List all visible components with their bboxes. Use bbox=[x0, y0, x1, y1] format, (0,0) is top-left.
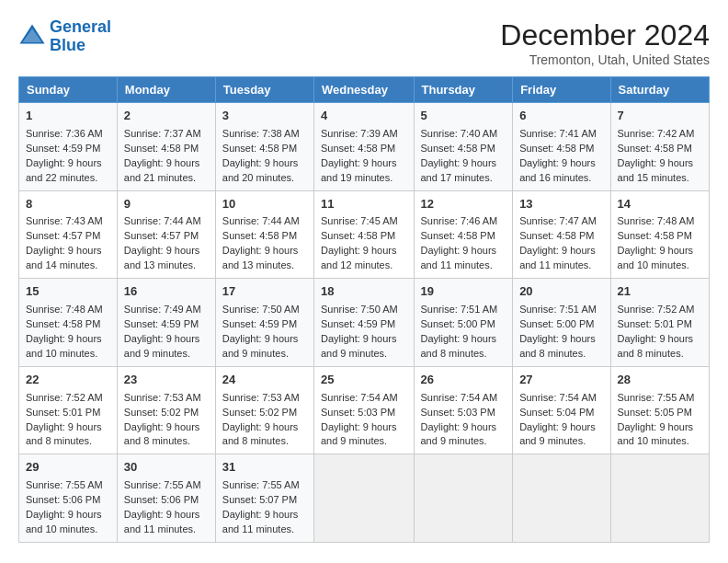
day-number: 26 bbox=[421, 372, 506, 389]
day-number: 6 bbox=[519, 108, 603, 125]
day-number: 25 bbox=[321, 372, 407, 389]
header-cell-tuesday: Tuesday bbox=[215, 77, 313, 103]
day-info: Sunrise: 7:44 AM Sunset: 4:58 PM Dayligh… bbox=[222, 215, 300, 270]
logo-line1: General bbox=[50, 17, 111, 36]
day-number: 24 bbox=[222, 372, 307, 389]
day-info: Sunrise: 7:50 AM Sunset: 4:59 PM Dayligh… bbox=[222, 304, 300, 359]
day-info: Sunrise: 7:54 AM Sunset: 5:04 PM Dayligh… bbox=[519, 392, 597, 447]
day-info: Sunrise: 7:45 AM Sunset: 4:58 PM Dayligh… bbox=[321, 215, 398, 270]
logo: General Blue bbox=[18, 18, 111, 55]
day-info: Sunrise: 7:55 AM Sunset: 5:05 PM Dayligh… bbox=[618, 392, 695, 447]
day-number: 28 bbox=[618, 372, 702, 389]
calendar-week-1: 1Sunrise: 7:36 AM Sunset: 4:59 PM Daylig… bbox=[19, 103, 710, 191]
day-number: 27 bbox=[519, 372, 603, 389]
table-row bbox=[313, 454, 414, 543]
table-row: 16Sunrise: 7:49 AM Sunset: 4:59 PM Dayli… bbox=[117, 279, 215, 367]
day-number: 11 bbox=[321, 196, 407, 213]
table-row bbox=[513, 454, 610, 543]
header-cell-friday: Friday bbox=[513, 77, 610, 103]
day-number: 16 bbox=[124, 283, 209, 301]
day-number: 23 bbox=[124, 372, 209, 389]
header-cell-sunday: Sunday bbox=[19, 77, 118, 103]
day-info: Sunrise: 7:55 AM Sunset: 5:06 PM Dayligh… bbox=[124, 479, 201, 534]
calendar-week-3: 15Sunrise: 7:48 AM Sunset: 4:58 PM Dayli… bbox=[19, 279, 710, 367]
table-row: 19Sunrise: 7:51 AM Sunset: 5:00 PM Dayli… bbox=[414, 279, 513, 367]
day-info: Sunrise: 7:38 AM Sunset: 4:58 PM Dayligh… bbox=[222, 128, 300, 183]
page-header: General Blue December 2024 Tremonton, Ut… bbox=[18, 18, 710, 67]
table-row: 28Sunrise: 7:55 AM Sunset: 5:05 PM Dayli… bbox=[610, 366, 709, 454]
day-number: 4 bbox=[321, 108, 407, 125]
day-number: 3 bbox=[222, 108, 307, 125]
day-number: 2 bbox=[124, 108, 209, 125]
table-row: 22Sunrise: 7:52 AM Sunset: 5:01 PM Dayli… bbox=[19, 366, 118, 454]
day-info: Sunrise: 7:36 AM Sunset: 4:59 PM Dayligh… bbox=[26, 128, 103, 183]
day-info: Sunrise: 7:52 AM Sunset: 5:01 PM Dayligh… bbox=[618, 304, 695, 359]
table-row: 26Sunrise: 7:54 AM Sunset: 5:03 PM Dayli… bbox=[414, 366, 513, 454]
day-number: 13 bbox=[519, 196, 603, 213]
day-number: 19 bbox=[421, 283, 506, 301]
table-row: 9Sunrise: 7:44 AM Sunset: 4:57 PM Daylig… bbox=[117, 190, 215, 279]
day-info: Sunrise: 7:50 AM Sunset: 4:59 PM Dayligh… bbox=[321, 304, 398, 359]
table-row bbox=[414, 454, 513, 543]
table-row: 17Sunrise: 7:50 AM Sunset: 4:59 PM Dayli… bbox=[215, 279, 313, 367]
table-row: 20Sunrise: 7:51 AM Sunset: 5:00 PM Dayli… bbox=[513, 279, 610, 367]
day-number: 22 bbox=[26, 372, 110, 389]
day-number: 18 bbox=[321, 283, 407, 301]
day-info: Sunrise: 7:40 AM Sunset: 4:58 PM Dayligh… bbox=[421, 128, 498, 183]
table-row: 13Sunrise: 7:47 AM Sunset: 4:58 PM Dayli… bbox=[513, 190, 610, 279]
header-cell-wednesday: Wednesday bbox=[313, 77, 414, 103]
day-info: Sunrise: 7:54 AM Sunset: 5:03 PM Dayligh… bbox=[421, 392, 498, 447]
table-row: 2Sunrise: 7:37 AM Sunset: 4:58 PM Daylig… bbox=[117, 103, 215, 191]
calendar-header: SundayMondayTuesdayWednesdayThursdayFrid… bbox=[19, 77, 710, 103]
table-row: 5Sunrise: 7:40 AM Sunset: 4:58 PM Daylig… bbox=[414, 103, 513, 191]
table-row: 25Sunrise: 7:54 AM Sunset: 5:03 PM Dayli… bbox=[313, 366, 414, 454]
day-info: Sunrise: 7:53 AM Sunset: 5:02 PM Dayligh… bbox=[222, 392, 300, 447]
location: Tremonton, Utah, United States bbox=[500, 52, 710, 67]
day-number: 30 bbox=[124, 459, 209, 477]
logo-icon bbox=[18, 23, 46, 51]
day-info: Sunrise: 7:44 AM Sunset: 4:57 PM Dayligh… bbox=[124, 215, 201, 270]
title-block: December 2024 Tremonton, Utah, United St… bbox=[500, 18, 710, 67]
day-info: Sunrise: 7:51 AM Sunset: 5:00 PM Dayligh… bbox=[421, 304, 498, 359]
logo-line2: Blue bbox=[50, 36, 85, 54]
day-number: 31 bbox=[222, 459, 307, 477]
header-cell-monday: Monday bbox=[117, 77, 215, 103]
table-row: 30Sunrise: 7:55 AM Sunset: 5:06 PM Dayli… bbox=[117, 454, 215, 543]
day-number: 29 bbox=[26, 459, 110, 477]
day-info: Sunrise: 7:55 AM Sunset: 5:07 PM Dayligh… bbox=[222, 479, 300, 534]
header-cell-saturday: Saturday bbox=[610, 77, 709, 103]
table-row: 23Sunrise: 7:53 AM Sunset: 5:02 PM Dayli… bbox=[117, 366, 215, 454]
day-info: Sunrise: 7:39 AM Sunset: 4:58 PM Dayligh… bbox=[321, 128, 398, 183]
table-row: 3Sunrise: 7:38 AM Sunset: 4:58 PM Daylig… bbox=[215, 103, 313, 191]
table-row: 27Sunrise: 7:54 AM Sunset: 5:04 PM Dayli… bbox=[513, 366, 610, 454]
day-number: 20 bbox=[519, 283, 603, 301]
day-info: Sunrise: 7:42 AM Sunset: 4:58 PM Dayligh… bbox=[618, 128, 695, 183]
day-number: 1 bbox=[26, 108, 110, 125]
table-row: 18Sunrise: 7:50 AM Sunset: 4:59 PM Dayli… bbox=[313, 279, 414, 367]
table-row: 29Sunrise: 7:55 AM Sunset: 5:06 PM Dayli… bbox=[19, 454, 118, 543]
table-row: 6Sunrise: 7:41 AM Sunset: 4:58 PM Daylig… bbox=[513, 103, 610, 191]
day-number: 7 bbox=[618, 108, 702, 125]
day-number: 12 bbox=[421, 196, 506, 213]
month-title: December 2024 bbox=[500, 18, 710, 52]
day-info: Sunrise: 7:49 AM Sunset: 4:59 PM Dayligh… bbox=[124, 304, 201, 359]
calendar-week-2: 8Sunrise: 7:43 AM Sunset: 4:57 PM Daylig… bbox=[19, 190, 710, 279]
calendar-week-5: 29Sunrise: 7:55 AM Sunset: 5:06 PM Dayli… bbox=[19, 454, 710, 543]
table-row: 14Sunrise: 7:48 AM Sunset: 4:58 PM Dayli… bbox=[610, 190, 709, 279]
table-row: 1Sunrise: 7:36 AM Sunset: 4:59 PM Daylig… bbox=[19, 103, 118, 191]
day-info: Sunrise: 7:48 AM Sunset: 4:58 PM Dayligh… bbox=[26, 304, 103, 359]
table-row: 24Sunrise: 7:53 AM Sunset: 5:02 PM Dayli… bbox=[215, 366, 313, 454]
logo-text: General Blue bbox=[50, 18, 111, 55]
table-row bbox=[610, 454, 709, 543]
day-number: 9 bbox=[124, 196, 209, 213]
table-row: 12Sunrise: 7:46 AM Sunset: 4:58 PM Dayli… bbox=[414, 190, 513, 279]
day-info: Sunrise: 7:43 AM Sunset: 4:57 PM Dayligh… bbox=[26, 215, 103, 270]
day-info: Sunrise: 7:37 AM Sunset: 4:58 PM Dayligh… bbox=[124, 128, 201, 183]
day-info: Sunrise: 7:53 AM Sunset: 5:02 PM Dayligh… bbox=[124, 392, 201, 447]
day-number: 17 bbox=[222, 283, 307, 301]
day-number: 8 bbox=[26, 196, 110, 213]
table-row: 31Sunrise: 7:55 AM Sunset: 5:07 PM Dayli… bbox=[215, 454, 313, 543]
day-info: Sunrise: 7:41 AM Sunset: 4:58 PM Dayligh… bbox=[519, 128, 597, 183]
calendar-table: SundayMondayTuesdayWednesdayThursdayFrid… bbox=[18, 76, 710, 543]
table-row: 15Sunrise: 7:48 AM Sunset: 4:58 PM Dayli… bbox=[19, 279, 118, 367]
